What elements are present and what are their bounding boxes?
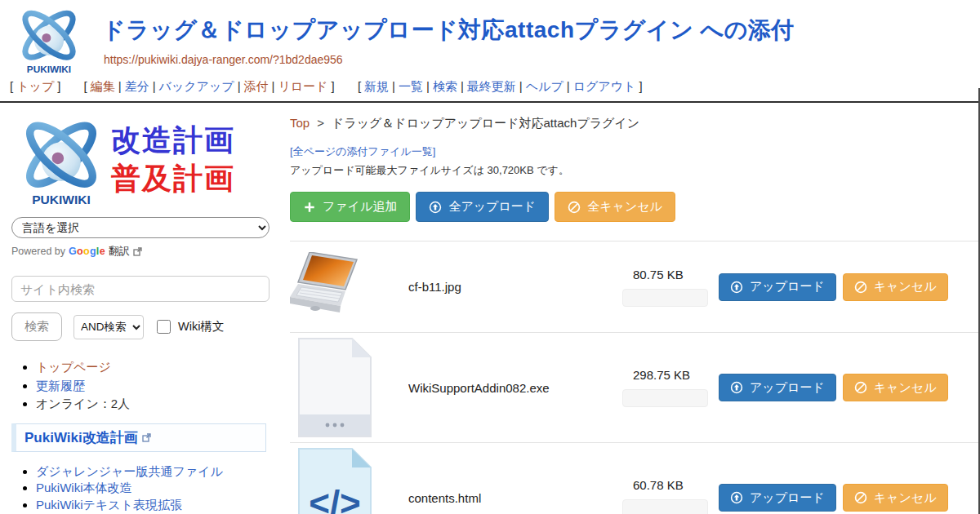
section-title-text: PukiWiki改造計画 xyxy=(24,428,138,447)
nav-separator: | xyxy=(238,79,241,93)
file-html-icon: </> xyxy=(296,447,373,514)
search-mode-select[interactable]: AND検索 xyxy=(74,315,144,339)
body-wrap: PUKIWIKI 改造計画 普及計画 言語を選択 Powered by Goog… xyxy=(0,103,980,514)
upload-button-label: アップロード xyxy=(750,380,825,396)
nav-item-top[interactable]: トップ xyxy=(16,79,54,93)
ban-circle-icon xyxy=(854,381,867,394)
laptop-photo-icon xyxy=(290,252,372,322)
sidebar: PUKIWIKI 改造計画 普及計画 言語を選択 Powered by Goog… xyxy=(0,103,282,514)
cancel-button-label: キャンセル xyxy=(874,380,937,396)
nav-item-search[interactable]: 検索 xyxy=(433,79,457,93)
pukiwiki-page: PUKIWIKI ドラッグ＆ドロップアップロード対応attachプラグイン への… xyxy=(0,0,980,514)
atom-logo-icon: PUKIWIKI xyxy=(11,113,111,207)
ban-circle-icon xyxy=(854,491,867,504)
nav-item-new[interactable]: 新規 xyxy=(364,79,389,93)
nav-item-logout[interactable]: ログアウト xyxy=(573,79,636,93)
header-text-block: ドラッグ＆ドロップアップロード対応attachプラグイン への添付 https:… xyxy=(0,0,980,66)
sidebar-item-top-page[interactable]: トップページ xyxy=(36,360,111,374)
list-item: オンライン：2人 xyxy=(36,395,282,414)
all-attachments-link[interactable]: [全ページの添付ファイル一覧] xyxy=(290,144,980,159)
top-navbar: [トップ] [編集|差分|バックアップ|添付|リロード] [新規|一覧|検索|最… xyxy=(0,78,980,103)
nav-bracket: ] xyxy=(57,79,60,93)
file-name: contents.html xyxy=(408,491,622,505)
sidebar-item-core-mod[interactable]: PukiWiki本体改造 xyxy=(36,481,132,494)
ban-circle-icon xyxy=(568,201,581,214)
code-glyph: </> xyxy=(309,483,361,514)
breadcrumb-separator: > xyxy=(317,116,324,130)
cancel-button[interactable]: キャンセル xyxy=(843,374,948,401)
wiki-syntax-checkbox[interactable] xyxy=(157,320,171,334)
site-search-input[interactable] xyxy=(11,276,270,302)
sidebar-section-title[interactable]: PukiWiki改造計画 xyxy=(11,423,266,452)
page-title: ドラッグ＆ドロップアップロード対応attachプラグイン への添付 xyxy=(102,15,980,46)
list-item: ダジャレンジャー版共通ファイル xyxy=(36,463,282,481)
progress-bar xyxy=(622,289,708,307)
upload-button-label: アップロード xyxy=(750,279,825,295)
cancel-button[interactable]: キャンセル xyxy=(843,273,948,301)
file-actions: アップロード キャンセル xyxy=(719,273,948,301)
cancel-button-label: キャンセル xyxy=(874,279,937,295)
sidebar-site-logo[interactable]: PUKIWIKI 改造計画 普及計画 xyxy=(11,113,282,207)
search-controls: 検索 AND検索 Wiki構文 xyxy=(11,312,282,341)
nav-item-attach[interactable]: 添付 xyxy=(244,79,269,93)
google-translate-credit[interactable]: Powered by Google 翻訳 xyxy=(11,244,282,259)
list-item: PukiWikiテキスト表現拡張 xyxy=(36,497,282,514)
sidebar-item-update-history[interactable]: 更新履歴 xyxy=(36,379,85,392)
nav-bracket: [ xyxy=(10,79,13,93)
breadcrumb: Top>ドラッグ＆ドロップアップロード対応attachプラグイン xyxy=(290,116,980,131)
logo-line-kaizo: 改造計画 xyxy=(111,122,235,160)
sidebar-item-text-ext[interactable]: PukiWikiテキスト表現拡張 xyxy=(36,498,182,512)
powered-by-text: Powered by xyxy=(11,246,65,257)
file-row: cf-b11.jpg 80.75 KB アップロード キャンセル xyxy=(290,241,980,332)
external-link-icon xyxy=(133,247,142,256)
file-actions: アップロード キャンセル xyxy=(719,374,948,401)
logo-line-fukyu: 普及計画 xyxy=(111,160,235,198)
search-button[interactable]: 検索 xyxy=(11,312,62,341)
breadcrumb-current: ドラッグ＆ドロップアップロード対応attachプラグイン xyxy=(332,116,639,130)
nav-item-help[interactable]: ヘルプ xyxy=(526,79,564,93)
sidebar-item-common-files[interactable]: ダジャレンジャー版共通ファイル xyxy=(36,464,223,478)
nav-separator: | xyxy=(272,79,275,93)
file-thumbnail-cell xyxy=(290,337,408,438)
nav-group-site-actions: [新規|一覧|検索|最終更新|ヘルプ|ログアウト] xyxy=(354,79,646,95)
upload-button[interactable]: アップロード xyxy=(719,273,836,301)
nav-group-top: [トップ] xyxy=(7,79,64,95)
file-name: WikiSupportAddin082.exe xyxy=(408,381,622,395)
language-select[interactable]: 言語を選択 xyxy=(11,217,270,238)
nav-item-diff[interactable]: 差分 xyxy=(125,79,149,93)
pukiwiki-logo[interactable]: PUKIWIKI xyxy=(10,3,88,75)
file-actions: アップロード キャンセル xyxy=(719,484,948,512)
file-size: 298.75 KB xyxy=(622,368,712,382)
file-generic-icon xyxy=(296,337,373,438)
add-files-button[interactable]: ファイル追加 xyxy=(290,192,410,222)
max-upload-size-text: アップロード可能最大ファイルサイズは 30,720KB です。 xyxy=(290,163,980,178)
sidebar-quick-links: トップページ 更新履歴 オンライン：2人 xyxy=(11,358,282,414)
upload-all-button[interactable]: 全アップロード xyxy=(416,192,549,222)
breadcrumb-home-link[interactable]: Top xyxy=(290,116,310,130)
cancel-button[interactable]: キャンセル xyxy=(843,484,948,512)
page-url-link[interactable]: https://pukiwiki.dajya-ranger.com/?1bd2d… xyxy=(104,53,980,66)
upload-toolbar: ファイル追加 全アップロード 全キャンセル xyxy=(290,192,980,222)
plus-icon xyxy=(303,201,316,214)
nav-separator: | xyxy=(118,79,122,93)
google-logo: Google xyxy=(69,246,105,257)
upload-button[interactable]: アップロード xyxy=(719,374,836,401)
upload-circle-icon xyxy=(730,381,743,394)
nav-item-list[interactable]: 一覧 xyxy=(399,79,423,93)
sidebar-item-online-count: オンライン：2人 xyxy=(36,397,130,410)
file-progress-cell: 60.78 KB xyxy=(622,478,712,514)
nav-item-backup[interactable]: バックアップ xyxy=(159,79,234,93)
nav-separator: | xyxy=(392,79,395,93)
list-item: PukiWiki本体改造 xyxy=(36,480,282,497)
upload-button[interactable]: アップロード xyxy=(719,484,836,512)
wiki-syntax-label: Wiki構文 xyxy=(178,319,224,335)
file-progress-cell: 80.75 KB xyxy=(622,268,712,307)
cancel-all-button[interactable]: 全キャンセル xyxy=(555,192,675,222)
nav-item-recent[interactable]: 最終更新 xyxy=(467,79,516,93)
logo-brand-text: PUKIWIKI xyxy=(27,64,71,74)
logo-brand-text: PUKIWIKI xyxy=(32,193,91,206)
file-row: </> contents.html 60.78 KB アップロード xyxy=(290,442,980,514)
nav-item-edit[interactable]: 編集 xyxy=(91,79,115,93)
nav-item-reload[interactable]: リロード xyxy=(278,79,327,93)
nav-separator: | xyxy=(153,79,156,93)
